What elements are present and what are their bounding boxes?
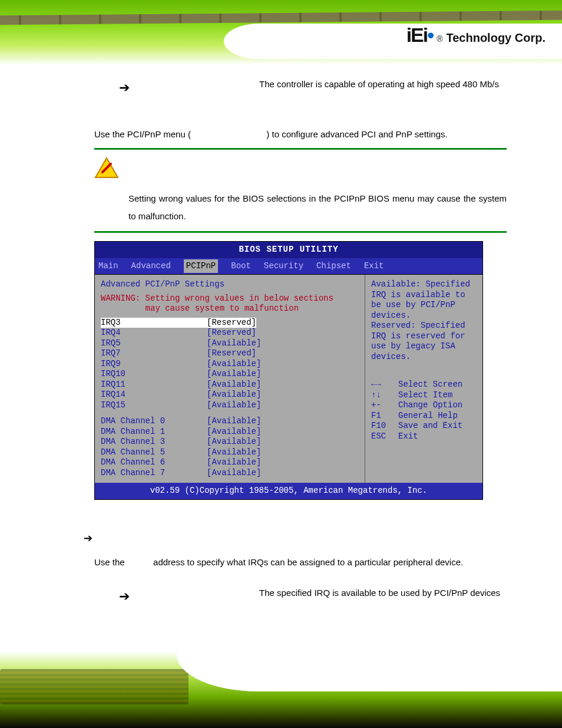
dma-name: DMA Channel 6	[101, 457, 207, 468]
available-desc: The specified IRQ is available to be use…	[259, 585, 507, 601]
bios-right-pane: Available: Specified IRQ is available to…	[365, 275, 482, 483]
irq-value: [Reserved]	[207, 328, 256, 338]
bios-dma-row: DMA Channel 0[Available]	[101, 416, 359, 427]
key-name: +-	[371, 400, 392, 411]
bios-footer: v02.59 (C)Copyright 1985-2005, American …	[95, 483, 482, 499]
bios-section-header: Advanced PCI/PnP Settings	[101, 279, 359, 290]
bios-tab-security: Security	[264, 259, 303, 274]
key-action: Select Screen	[398, 380, 462, 390]
key-action: General Help	[398, 411, 458, 421]
footer-swoosh	[177, 651, 562, 691]
bios-irq-row: IRQ7[Reserved]	[101, 348, 359, 359]
registered-icon: ®	[437, 34, 442, 44]
dma-name: DMA Channel 7	[101, 468, 207, 479]
bios-irq-row: IRQ9[Available]	[101, 359, 359, 370]
dma-value: [Available]	[207, 437, 261, 447]
bios-tab-pcipnp: PCIPnP	[184, 259, 218, 274]
key-name: ↑↓	[371, 390, 392, 401]
bios-irq-row: IRQ15[Available]	[101, 400, 359, 411]
irq-name: IRQ15	[101, 400, 207, 411]
intro-suffix: ) to configure advanced PCI and PnP sett…	[266, 129, 447, 139]
key-name: ESC	[371, 431, 392, 442]
key-action: Change Option	[398, 400, 462, 411]
dma-name: DMA Channel 3	[101, 437, 207, 447]
bios-left-pane: Advanced PCI/PnP Settings WARNING: Setti…	[95, 275, 365, 483]
footer-banner	[0, 651, 562, 728]
warning-icon	[94, 157, 119, 179]
bios-tab-boot: Boot	[231, 259, 251, 274]
dma-value: [Available]	[207, 457, 261, 468]
dma-name: DMA Channel 1	[101, 427, 207, 437]
intro-prefix: Use the PCI/PnP menu (	[94, 129, 191, 139]
logo-mark: iEi•	[406, 24, 433, 47]
available-bullet: ➔ The specified IRQ is available to be u…	[94, 585, 507, 607]
dma-name: DMA Channel 5	[101, 447, 207, 458]
bios-key-legend: ←→Select Screen↑↓Select Item+-Change Opt…	[371, 380, 477, 442]
bios-help-text: Available: Specified IRQ is available to…	[371, 279, 477, 362]
irq-value: [Available]	[207, 359, 261, 370]
divider	[94, 231, 507, 233]
pcipnp-intro: Use the PCI/PnP menu ( ) to configure ad…	[94, 127, 507, 142]
divider	[94, 148, 507, 150]
key-name: ←→	[371, 380, 392, 390]
warning-text: Setting wrong values for the BIOS select…	[128, 190, 507, 225]
bios-irq-row: IRQ4[Reserved]	[101, 328, 359, 338]
bios-title: BIOS SETUP UTILITY	[95, 242, 482, 258]
bios-tab-exit: Exit	[364, 259, 384, 274]
hispeed-desc: The controller is capable of operating a…	[259, 77, 507, 92]
bios-irq-row: IRQ5[Available]	[101, 338, 359, 349]
irq-paragraph: Use the address to specify what IRQs can…	[94, 554, 507, 571]
bios-tab-advanced: Advanced	[131, 259, 171, 274]
irq-value: [Reserved]	[207, 348, 256, 359]
irq-value: [Available]	[207, 369, 261, 380]
arrow-icon: ➔	[94, 77, 259, 98]
bios-tabs: MainAdvancedPCIPnPBootSecurityChipsetExi…	[95, 258, 482, 275]
key-action: Select Item	[398, 390, 452, 401]
irq-name: IRQ11	[101, 380, 207, 390]
irq-value: [Available]	[207, 380, 261, 390]
hispeed-bullet: ➔ The controller is capable of operating…	[94, 77, 507, 98]
irq-name: IRQ9	[101, 359, 207, 370]
bios-key-row: F10Save and Exit	[371, 421, 477, 431]
irq-section-bullet: ➔	[84, 529, 507, 548]
bios-tab-main: Main	[98, 259, 118, 274]
arrow-icon: ➔	[84, 529, 97, 548]
irq-value: [Available]	[207, 400, 261, 411]
logo-text: Technology Corp.	[446, 31, 546, 45]
irq-name: IRQ14	[101, 390, 207, 400]
key-name: F1	[371, 411, 392, 421]
irq-value: [Available]	[207, 390, 261, 400]
dma-value: [Available]	[207, 468, 261, 479]
key-name: F10	[371, 421, 392, 431]
dma-value: [Available]	[207, 416, 261, 427]
dma-value: [Available]	[207, 427, 261, 437]
bios-tab-chipset: Chipset	[316, 259, 351, 274]
bios-key-row: +-Change Option	[371, 400, 477, 411]
irq-name: IRQ7	[101, 348, 207, 359]
dma-name: DMA Channel 0	[101, 416, 207, 427]
header-banner: iEi• ® Technology Corp.	[0, 0, 562, 65]
warning-block	[94, 157, 507, 179]
brand-logo: iEi• ® Technology Corp.	[406, 24, 546, 47]
bios-key-row: F1General Help	[371, 411, 477, 421]
irq-name: IRQ10	[101, 369, 207, 380]
bios-irq-row: IRQ11[Available]	[101, 380, 359, 390]
irq-name: IRQ3	[101, 318, 207, 328]
irq-name: IRQ5	[101, 338, 207, 349]
bios-dma-row: DMA Channel 3[Available]	[101, 437, 359, 447]
page-content: ➔ The controller is capable of operating…	[94, 77, 507, 613]
bios-key-row: ESCExit	[371, 431, 477, 442]
bios-irq-row: IRQ14[Available]	[101, 390, 359, 400]
bios-dma-row: DMA Channel 6[Available]	[101, 457, 359, 468]
key-action: Exit	[398, 431, 418, 442]
bios-dma-row: DMA Channel 7[Available]	[101, 468, 359, 479]
key-action: Save and Exit	[398, 421, 462, 431]
bios-dma-row: DMA Channel 1[Available]	[101, 427, 359, 437]
bios-warning: WARNING: Setting wrong values in below s…	[101, 294, 359, 314]
bios-screenshot: BIOS SETUP UTILITY MainAdvancedPCIPnPBoo…	[94, 241, 483, 500]
bios-key-row: ↑↓Select Item	[371, 390, 477, 401]
irq-value: [Reserved]	[207, 318, 256, 328]
arrow-icon: ➔	[94, 585, 259, 607]
bios-dma-row: DMA Channel 5[Available]	[101, 447, 359, 458]
dma-value: [Available]	[207, 447, 261, 458]
